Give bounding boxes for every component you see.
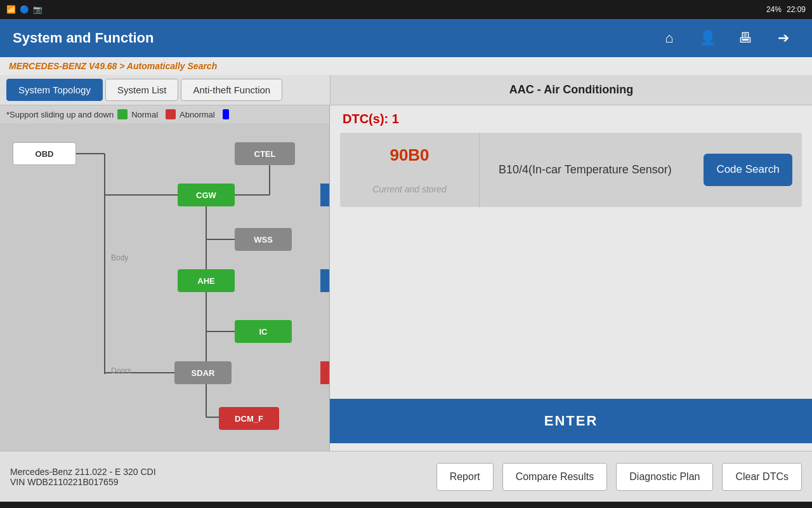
- dtc-code-cell: 90B0 Current and stored: [340, 133, 480, 207]
- node-obd[interactable]: OBD: [13, 142, 76, 165]
- normal-label: Normal: [131, 110, 158, 119]
- node-wss[interactable]: WSS: [235, 228, 292, 251]
- time-display: 22:09: [787, 5, 806, 14]
- tab-system-topology[interactable]: System Topology: [6, 79, 103, 101]
- nav-bar: ◀ ◯ □: [0, 502, 812, 508]
- left-panel: *Support sliding up and down Normal Abno…: [0, 105, 330, 451]
- dtc-description: B10/4(In-car Temperature Sensor): [480, 133, 694, 207]
- print-button[interactable]: 🖶: [730, 22, 761, 54]
- indicator-strip-2: [320, 269, 329, 292]
- bottom-bar: Mercedes-Benz 211.022 - E 320 CDI VIN WD…: [0, 451, 812, 502]
- indicator-strip-1: [320, 184, 329, 206]
- battery-level: 24%: [766, 5, 782, 14]
- dtc-code: 90B0: [390, 145, 429, 165]
- status-bar: 📶 🔵 📷 24% 22:09: [0, 0, 812, 19]
- status-right: 24% 22:09: [766, 5, 806, 14]
- dtc-status: Current and stored: [372, 184, 447, 194]
- vehicle-info: Mercedes-Benz 211.022 - E 320 CDI VIN WD…: [0, 460, 330, 493]
- node-ahe[interactable]: AHE: [178, 269, 235, 292]
- legend-bar: *Support sliding up and down Normal Abno…: [0, 105, 329, 123]
- node-sdar[interactable]: SDAR: [174, 361, 232, 384]
- home-button[interactable]: ⌂: [653, 22, 685, 54]
- right-panel: DTC(s): 1 90B0 Current and stored B10/4(…: [330, 105, 812, 451]
- legend-text: *Support sliding up and down: [6, 110, 114, 119]
- compare-results-button[interactable]: Compare Results: [502, 463, 608, 491]
- node-cgw[interactable]: CGW: [178, 184, 235, 206]
- tab-system-list[interactable]: System List: [105, 79, 179, 101]
- tab-row: System Topology System List Anti-theft F…: [0, 75, 330, 105]
- indicator-strip-3: [320, 361, 329, 384]
- main-area: *Support sliding up and down Normal Abno…: [0, 105, 812, 451]
- abnormal-label: Abnormal: [180, 110, 215, 119]
- vehicle-model: Mercedes-Benz 211.022 - E 320 CDI: [10, 467, 320, 477]
- dtc-action-cell: Code Search: [694, 133, 802, 207]
- right-panel-title: AAC - Air Conditioning: [509, 83, 633, 97]
- logout-button[interactable]: ➔: [768, 22, 799, 54]
- abnormal-dot: [166, 109, 176, 119]
- topology-lines: [0, 123, 330, 451]
- breadcrumb: MERCEDES-BENZ V49.68 > Automatically Sea…: [0, 57, 812, 75]
- header-title: System and Function: [13, 30, 154, 46]
- clear-dtcs-button[interactable]: Clear DTCs: [722, 463, 802, 491]
- node-dcm-f[interactable]: DCM_F: [219, 407, 279, 430]
- vehicle-vin: VIN WDB2110221B017659: [10, 477, 320, 487]
- tab-anti-theft[interactable]: Anti-theft Function: [181, 79, 282, 101]
- node-ic[interactable]: IC: [235, 320, 292, 343]
- action-buttons: Report Compare Results Diagnostic Plan C…: [330, 463, 812, 491]
- code-search-button[interactable]: Code Search: [704, 154, 792, 185]
- bluetooth-icon: 🔵: [20, 5, 29, 14]
- report-button[interactable]: Report: [436, 463, 494, 491]
- wifi-icon: 📶: [6, 5, 16, 14]
- doors-label: Doors: [111, 366, 131, 375]
- normal-dot: [117, 109, 128, 119]
- enter-button[interactable]: ENTER: [330, 399, 812, 443]
- dtc-row: 90B0 Current and stored B10/4(In-car Tem…: [340, 133, 802, 207]
- header-icon-group: ⌂ 👤 🖶 ➔: [653, 22, 799, 54]
- status-left: 📶 🔵 📷: [6, 5, 43, 14]
- app-header: System and Function ⌂ 👤 🖶 ➔: [0, 19, 812, 57]
- user-button[interactable]: 👤: [691, 22, 723, 54]
- right-spacer: [330, 207, 812, 391]
- node-ctel[interactable]: CTEL: [235, 142, 295, 165]
- enter-btn-wrap: ENTER: [330, 391, 812, 451]
- unknown-dot: [223, 109, 229, 119]
- topology-canvas: Body Doors OBD CGW CTEL WSS AHE IC SDAR …: [0, 123, 330, 451]
- diagnostic-plan-button[interactable]: Diagnostic Plan: [616, 463, 713, 491]
- body-label: Body: [111, 253, 128, 262]
- dtc-count-label: DTC(s): 1: [330, 105, 812, 133]
- camera-icon: 📷: [33, 5, 43, 14]
